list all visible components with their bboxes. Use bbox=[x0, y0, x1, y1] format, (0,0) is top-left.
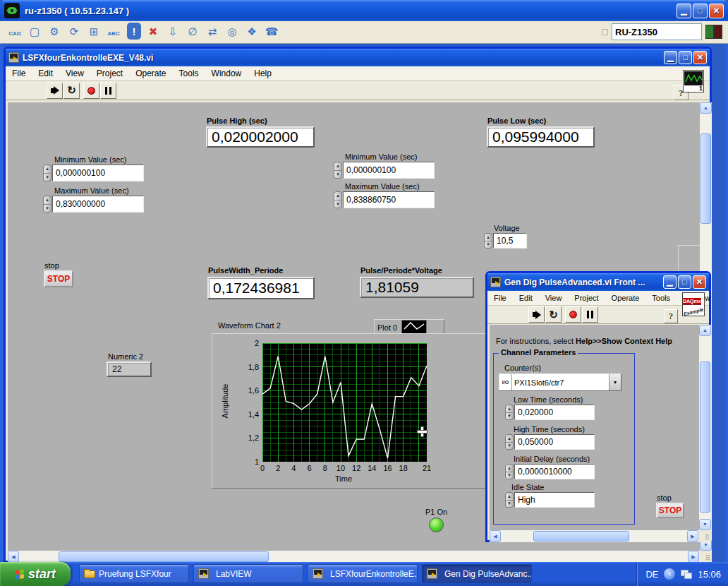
scroll-up-icon[interactable]: ▲ bbox=[700, 102, 712, 114]
select-full-desktop-icon[interactable]: ❖ bbox=[243, 23, 261, 40]
chat-icon[interactable]: ☎ bbox=[262, 23, 281, 40]
spinner-icon[interactable]: ▲▼ bbox=[484, 233, 492, 249]
high-time-field[interactable]: 0,050000 bbox=[514, 434, 595, 450]
max-value-1-field[interactable]: 0,830000000 bbox=[52, 196, 144, 213]
menu-project[interactable]: Project bbox=[90, 67, 129, 80]
min-value-1-control[interactable]: ▲▼ 0,000000100 bbox=[43, 165, 144, 181]
spinner-icon[interactable]: ▲▼ bbox=[43, 165, 51, 181]
pause-button[interactable] bbox=[582, 306, 598, 323]
dialog-horizontal-scrollbar[interactable]: ◀ ▶ bbox=[490, 530, 699, 542]
spinner-icon[interactable]: ▲▼ bbox=[505, 434, 514, 450]
max-value-2-field[interactable]: 0,838860750 bbox=[343, 191, 435, 208]
waveform-chart[interactable]: Amplitude 21,81,61,41,21 024681012141618… bbox=[212, 333, 497, 489]
menu-help[interactable]: Help bbox=[248, 67, 278, 80]
send-custom-keys-icon[interactable]: ABC bbox=[104, 25, 123, 42]
vnc-maximize-button[interactable]: □ bbox=[693, 4, 708, 18]
start-button[interactable]: start bbox=[0, 562, 71, 586]
scroll-left-icon[interactable]: ◀ bbox=[490, 530, 501, 542]
p1-on-led[interactable] bbox=[429, 518, 444, 532]
main-maximize-button[interactable]: □ bbox=[679, 51, 692, 64]
file-transfer-icon[interactable]: ⇄ bbox=[203, 23, 222, 40]
min-value-1-field[interactable]: 0,000000100 bbox=[52, 165, 144, 181]
abort-button[interactable] bbox=[83, 83, 99, 99]
horizontal-scroll-thumb[interactable] bbox=[59, 551, 269, 562]
main-minimize-button[interactable]: ▁ bbox=[664, 51, 677, 64]
spinner-icon[interactable]: ▲▼ bbox=[43, 196, 51, 213]
resize-grip[interactable] bbox=[700, 551, 712, 563]
resize-grip[interactable] bbox=[699, 530, 711, 542]
send-ctrl-alt-del-icon[interactable]: ⊞ bbox=[85, 23, 103, 40]
dialog-help-button[interactable]: ? bbox=[664, 309, 678, 323]
idle-state-field[interactable]: High bbox=[514, 492, 595, 508]
menu-view[interactable]: View bbox=[59, 67, 90, 80]
voltage-field[interactable]: 10,5 bbox=[493, 233, 527, 249]
dialog-maximize-button[interactable]: □ bbox=[678, 275, 691, 289]
stop-button[interactable]: STOP bbox=[44, 270, 73, 287]
network-tray-icon[interactable] bbox=[681, 570, 692, 579]
spinner-icon[interactable]: ▲▼ bbox=[505, 492, 514, 508]
main-close-button[interactable]: ✕ bbox=[693, 51, 707, 64]
close-connection-icon[interactable]: ✖ bbox=[144, 23, 162, 40]
dialog-close-button[interactable]: ✕ bbox=[693, 275, 706, 289]
taskbar-button[interactable]: Pruefung LSFXfour bbox=[79, 564, 189, 583]
horizontal-scroll-thumb[interactable] bbox=[533, 531, 629, 542]
idle-state-control[interactable]: ▲▼ High bbox=[505, 492, 595, 508]
vertical-scroll-thumb[interactable] bbox=[700, 361, 710, 513]
voltage-control[interactable]: ▲▼ 10,5 bbox=[484, 233, 527, 249]
pause-button[interactable] bbox=[100, 83, 116, 99]
counter-dropdown[interactable]: I/O PXI1Slot6/ctr7 ▼ bbox=[499, 373, 621, 391]
connection-info-icon[interactable]: ⚙ bbox=[45, 23, 63, 40]
initial-delay-control[interactable]: ▲▼ 0,0000010000 bbox=[505, 464, 595, 479]
menu-edit[interactable]: Edit bbox=[513, 292, 539, 304]
select-single-window-icon[interactable]: ◎ bbox=[223, 23, 241, 40]
menu-file[interactable]: File bbox=[6, 67, 32, 80]
waveform-plot[interactable] bbox=[262, 343, 427, 462]
taskbar-button[interactable]: LSFXfourEnkontrolleE... bbox=[308, 564, 418, 583]
taskbar-button[interactable]: LabVIEW bbox=[193, 564, 303, 583]
vnc-minimize-button[interactable]: ▁ bbox=[677, 4, 691, 18]
run-button[interactable] bbox=[528, 306, 545, 323]
main-horizontal-scrollbar[interactable]: ◀ ▶ bbox=[8, 551, 700, 563]
scroll-right-icon[interactable]: ▶ bbox=[688, 551, 699, 563]
language-indicator[interactable]: DE bbox=[645, 569, 658, 580]
main-titlebar[interactable]: LSFXfourEnkontrolleEXE_V48.vi ▁ □ ✕ bbox=[6, 49, 710, 66]
abort-button[interactable] bbox=[565, 306, 581, 323]
spinner-icon[interactable]: ▲▼ bbox=[505, 405, 514, 420]
vnc-host-input[interactable] bbox=[612, 23, 702, 40]
menu-project[interactable]: Project bbox=[568, 292, 605, 304]
run-continuous-button[interactable]: ↻ bbox=[545, 306, 562, 323]
scroll-left-icon[interactable]: ◀ bbox=[8, 551, 19, 563]
menu-tools[interactable]: Tools bbox=[645, 292, 677, 304]
run-button[interactable] bbox=[47, 83, 63, 99]
min-value-2-control[interactable]: ▲▼ 0,000000100 bbox=[334, 162, 435, 179]
menu-view[interactable]: View bbox=[539, 292, 569, 304]
menu-tools[interactable]: Tools bbox=[173, 67, 205, 80]
menu-operate[interactable]: Operate bbox=[129, 67, 172, 80]
toolbar-options-icon[interactable]: ⇩ bbox=[164, 23, 182, 40]
taskbar-button[interactable]: Gen Dig PulseAdvanc... bbox=[422, 564, 532, 583]
spinner-icon[interactable]: ▲▼ bbox=[505, 464, 514, 479]
scroll-up-icon[interactable]: ▲ bbox=[699, 325, 711, 336]
menu-window[interactable]: Window bbox=[205, 67, 248, 80]
dialog-vertical-scrollbar[interactable]: ▲ ▼ bbox=[699, 325, 711, 530]
scroll-right-icon[interactable]: ▶ bbox=[687, 530, 698, 542]
high-time-control[interactable]: ▲▼ 0,050000 bbox=[505, 434, 595, 450]
dropdown-arrow-icon[interactable]: ▼ bbox=[609, 374, 621, 390]
dialog-stop-button[interactable]: STOP bbox=[656, 503, 684, 518]
dialog-titlebar[interactable]: Gen Dig PulseAdvanced.vi Front ... ▁ □ ✕ bbox=[487, 273, 709, 291]
vertical-scroll-thumb[interactable] bbox=[700, 133, 711, 224]
initial-delay-field[interactable]: 0,0000010000 bbox=[514, 464, 595, 479]
dialog-minimize-button[interactable]: ▁ bbox=[663, 275, 677, 289]
status-window-icon[interactable]: ! bbox=[127, 23, 141, 40]
min-value-2-field[interactable]: 0,000000100 bbox=[343, 162, 435, 179]
max-value-2-control[interactable]: ▲▼ 0,838860750 bbox=[334, 191, 435, 208]
run-continuous-button[interactable]: ↻ bbox=[63, 83, 80, 99]
spinner-icon[interactable]: ▲▼ bbox=[334, 191, 342, 208]
vnc-host-checkbox[interactable] bbox=[602, 29, 608, 35]
menu-edit[interactable]: Edit bbox=[32, 67, 59, 80]
disable-remote-input-icon[interactable]: ∅ bbox=[183, 23, 202, 40]
connection-options-icon[interactable]: CAD bbox=[6, 25, 24, 42]
vnc-close-button[interactable]: ✕ bbox=[709, 4, 724, 18]
max-value-1-control[interactable]: ▲▼ 0,830000000 bbox=[43, 196, 144, 213]
menu-operate[interactable]: Operate bbox=[605, 292, 646, 304]
